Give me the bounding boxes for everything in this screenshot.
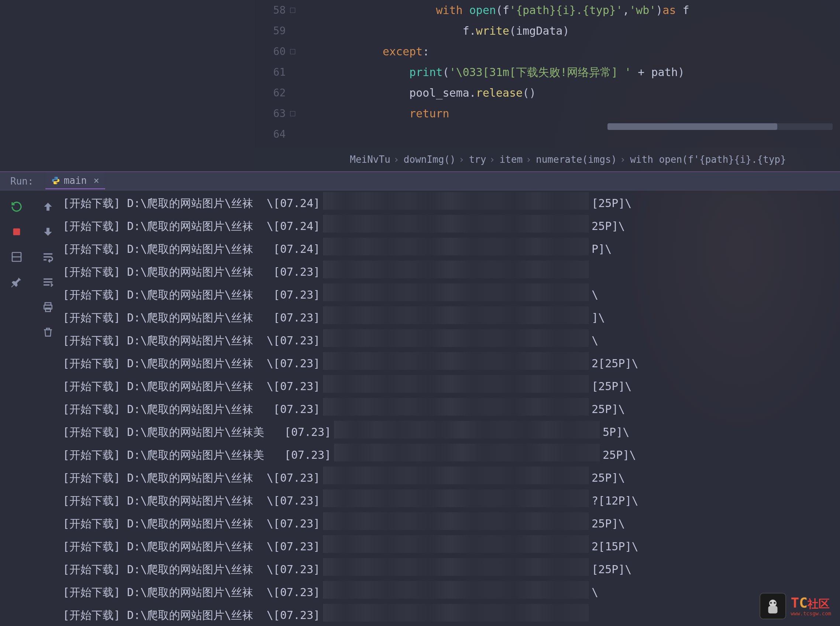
breadcrumb-item[interactable]: item	[493, 154, 529, 165]
run-toolbar-primary	[0, 191, 33, 626]
svg-point-8	[770, 602, 772, 604]
code-line[interactable]: except:	[303, 41, 840, 62]
line-number: 58	[255, 0, 295, 21]
watermark-url: www.tcsgw.com	[790, 611, 831, 617]
horizontal-scrollbar[interactable]	[607, 123, 833, 130]
redacted-content	[323, 375, 589, 393]
step-down-button[interactable]	[41, 224, 55, 239]
console-line: [开始下载] D:\爬取的网站图片\丝袜 \[07.23]25P]\	[63, 466, 840, 490]
line-number: 62	[255, 83, 295, 103]
console-line: [开始下载] D:\爬取的网站图片\丝袜 \[07.23]?[12P]\	[63, 490, 840, 512]
svg-rect-7	[768, 606, 777, 613]
scrollbar-thumb[interactable]	[607, 123, 777, 130]
close-icon[interactable]: ×	[93, 175, 99, 186]
breadcrumb-item[interactable]: MeiNvTu	[343, 154, 397, 165]
redacted-content	[323, 283, 589, 301]
redacted-content	[323, 261, 589, 278]
console-line: [开始下载] D:\爬取的网站图片\丝袜 \[07.23]\	[63, 329, 840, 352]
layout-button[interactable]	[9, 249, 24, 264]
code-line[interactable]: return	[303, 103, 840, 124]
redacted-content	[323, 604, 589, 621]
breadcrumb-item[interactable]: with open(f'{path}{i}.{typ}	[623, 154, 793, 165]
console-line: [开始下载] D:\爬取的网站图片\丝袜 \[07.24][25P]\	[63, 192, 840, 215]
fold-icon[interactable]	[290, 49, 295, 54]
run-tab-name: main	[64, 175, 87, 186]
breadcrumb-item[interactable]: numerate(imgs)	[529, 154, 623, 165]
code-line[interactable]: print('\033[31m[下载失败!网络异常] ' + path)	[303, 62, 840, 83]
redacted-content	[323, 192, 589, 210]
code-line[interactable]: f.write(imgData)	[303, 21, 840, 41]
console-line: [开始下载] D:\爬取的网站图片\丝袜 \[07.23]\	[63, 581, 840, 604]
breadcrumb-item[interactable]: downImg()	[397, 154, 463, 165]
stop-button[interactable]	[9, 224, 24, 239]
redacted-content	[323, 490, 589, 507]
console-line: [开始下载] D:\爬取的网站图片\丝袜 \[07.23]	[63, 604, 840, 626]
run-tab-main[interactable]: main ×	[45, 173, 105, 189]
pin-button[interactable]	[9, 275, 24, 290]
fold-icon[interactable]	[290, 8, 295, 13]
print-button[interactable]	[41, 300, 55, 315]
console-line: [开始下载] D:\爬取的网站图片\丝袜 [07.23]\	[63, 283, 840, 306]
rerun-button[interactable]	[9, 199, 24, 214]
watermark-title: TC社区	[790, 595, 831, 611]
line-number: 61	[255, 62, 295, 83]
step-up-button[interactable]	[41, 199, 55, 214]
redacted-content	[323, 238, 589, 255]
redacted-content	[323, 329, 589, 347]
run-label: Run:	[10, 176, 34, 187]
scroll-to-end-button[interactable]	[41, 275, 55, 290]
redacted-content	[323, 398, 589, 416]
trash-button[interactable]	[41, 325, 55, 340]
run-panel-header: Run: main ×	[0, 171, 840, 191]
redacted-content	[323, 466, 589, 484]
console-line: [开始下载] D:\爬取的网站图片\丝袜 [07.23]25P]\	[63, 398, 840, 421]
redacted-content	[323, 306, 589, 324]
soft-wrap-button[interactable]	[41, 249, 55, 264]
code-editor[interactable]: 58596061626364 with open(f'{path}{i}.{ty…	[255, 0, 840, 148]
line-number: 63	[255, 103, 295, 124]
run-toolbar-secondary	[33, 191, 63, 626]
console-line: [开始下载] D:\爬取的网站图片\丝袜 \[07.23]25P]\	[63, 512, 840, 535]
console-line: [开始下载] D:\爬取的网站图片\丝袜 \[07.24]25P]\	[63, 215, 840, 238]
redacted-content	[323, 535, 589, 553]
breadcrumb-bar: MeiNvTudownImg()tryitemnumerate(imgs)wit…	[255, 148, 840, 171]
watermark-icon	[760, 593, 786, 619]
console-line: [开始下载] D:\爬取的网站图片\丝袜 \[07.23][25P]\	[63, 375, 840, 398]
watermark: TC社区 www.tcsgw.com	[760, 593, 831, 619]
redacted-content	[323, 558, 589, 576]
svg-point-9	[774, 602, 776, 604]
breadcrumb-item[interactable]: try	[462, 154, 493, 165]
console-line: [开始下载] D:\爬取的网站图片\丝袜 \[07.23]2[15P]\	[63, 535, 840, 558]
redacted-content	[323, 215, 589, 233]
console-line: [开始下载] D:\爬取的网站图片\丝袜 \[07.23]2[25P]\	[63, 352, 840, 375]
fold-icon[interactable]	[290, 111, 295, 116]
svg-rect-0	[13, 228, 20, 235]
console-line: [开始下载] D:\爬取的网站图片\丝袜 [07.23]]\	[63, 306, 840, 329]
console-line: [开始下载] D:\爬取的网站图片\丝袜美 [07.23]25P]\	[63, 444, 840, 466]
redacted-content	[323, 581, 589, 599]
redacted-content	[334, 444, 600, 462]
code-line[interactable]: with open(f'{path}{i}.{typ}','wb')as f	[303, 0, 840, 21]
console-line: [开始下载] D:\爬取的网站图片\丝袜 [07.23]	[63, 261, 840, 283]
redacted-content	[334, 421, 600, 438]
python-icon	[51, 176, 60, 185]
line-number: 59	[255, 21, 295, 41]
console-line: [开始下载] D:\爬取的网站图片\丝袜 \[07.23][25P]\	[63, 558, 840, 581]
redacted-content	[323, 512, 589, 530]
line-number: 60	[255, 41, 295, 62]
code-line[interactable]: pool_sema.release()	[303, 83, 840, 103]
line-gutter: 58596061626364	[255, 0, 303, 148]
line-number: 64	[255, 124, 295, 145]
console-output[interactable]: [开始下载] D:\爬取的网站图片\丝袜 \[07.24][25P]\[开始下载…	[63, 191, 840, 626]
console-line: [开始下载] D:\爬取的网站图片\丝袜 [07.24]P]\	[63, 238, 840, 261]
console-line: [开始下载] D:\爬取的网站图片\丝袜美 [07.23]5P]\	[63, 421, 840, 444]
redacted-content	[323, 352, 589, 370]
